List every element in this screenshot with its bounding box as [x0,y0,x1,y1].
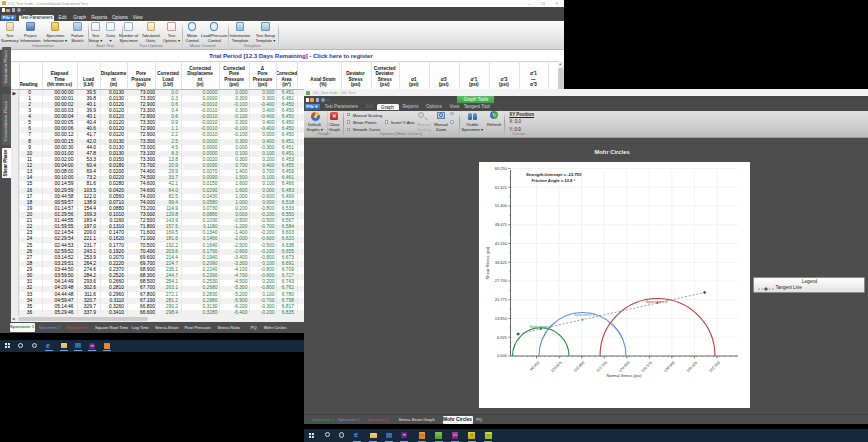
svg-text:48.475: 48.475 [495,222,508,227]
svg-text:13.850: 13.850 [495,316,508,321]
svg-text:Specimen 1: Specimen 1 [530,324,552,329]
svg-text:20.775: 20.775 [495,297,508,302]
svg-text:69.250: 69.250 [495,166,508,171]
svg-text:0.000: 0.000 [497,353,508,358]
svg-text:6.925: 6.925 [497,335,508,340]
svg-text:Shear Stress (psi): Shear Stress (psi) [485,246,490,279]
svg-text:Specimen 3: Specimen 3 [646,299,668,304]
svg-text:27.700: 27.700 [495,278,508,283]
svg-text:62.325: 62.325 [495,185,508,190]
svg-text:Specimen 2: Specimen 2 [574,312,596,317]
svg-text:34.625: 34.625 [495,260,508,265]
svg-text:41.550: 41.550 [495,241,508,246]
svg-text:Strength-Intercept = -13.755: Strength-Intercept = -13.755 [526,172,582,177]
svg-text:55.400: 55.400 [495,203,508,208]
svg-text:Normal Stress (psi): Normal Stress (psi) [606,373,642,378]
svg-text:Friction Angle = 13.6 °: Friction Angle = 13.6 ° [532,178,576,183]
